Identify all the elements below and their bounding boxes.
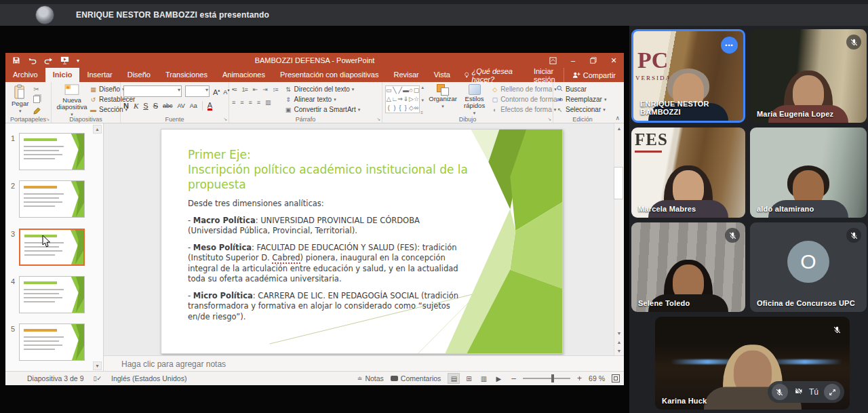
text-direction-button[interactable]: ⇅Dirección del texto▾	[285, 85, 361, 94]
format-painter-button[interactable]	[33, 107, 41, 116]
text-shadow-button[interactable]: abc	[163, 102, 173, 111]
cut-button[interactable]: ✂	[33, 86, 41, 93]
slide-thumbnail-panel[interactable]: ▲ ▼ 123456	[5, 123, 104, 372]
restore-icon[interactable]	[583, 53, 604, 68]
expand-self-view-button[interactable]	[824, 384, 840, 400]
shape-glyph[interactable]: (	[386, 104, 392, 113]
tab-revisar[interactable]: Revisar	[386, 68, 426, 82]
redo-icon[interactable]	[44, 57, 53, 64]
editor-scrollbar[interactable]: ▲ ▼ ▲ ▼	[614, 123, 624, 355]
tab-transiciones[interactable]: Transiciones	[158, 68, 215, 82]
spellcheck-icon[interactable]: ▯✓	[93, 375, 102, 382]
camera-off-icon[interactable]	[793, 386, 804, 398]
font-name-combo[interactable]	[123, 85, 182, 97]
tell-me-box[interactable]: ¿Qué desea hacer?	[458, 68, 526, 82]
quick-styles-button[interactable]: Estilos rápidos▾	[460, 83, 488, 117]
participant-tile-oficina-de-concursos-upc[interactable]: OOficina de Concursos UPC	[750, 222, 867, 312]
shape-glyph[interactable]: △	[386, 95, 392, 104]
tab-vista[interactable]: Vista	[427, 68, 458, 82]
fit-slide-to-window-icon[interactable]	[612, 374, 620, 382]
tab-archivo[interactable]: Archivo	[5, 68, 45, 82]
participant-tile-selene-toledo[interactable]: Selene Toledo	[631, 222, 745, 312]
character-spacing-button[interactable]: AV	[178, 102, 185, 111]
slide-sorter-view-button[interactable]: ⊞	[462, 373, 475, 384]
columns-icon[interactable]: ▥	[265, 98, 271, 106]
sign-in-button[interactable]: Iniciar sesión	[526, 67, 564, 83]
participant-tile-enrique-nestor-bambozzi[interactable]: PCVERSIDAD•••ENRIQUE NESTOR BAMBOZZI	[631, 29, 745, 123]
reading-view-button[interactable]: ▥	[477, 373, 490, 384]
slideshow-view-button[interactable]: ▶	[492, 373, 505, 384]
slide-thumbnail-1[interactable]	[19, 133, 85, 170]
paste-button[interactable]: Pegar▾	[8, 83, 32, 115]
scroll-down-icon[interactable]: ▼	[93, 361, 102, 370]
shape-glyph[interactable]: ▬	[403, 86, 409, 95]
zoom-out-button[interactable]: –	[511, 374, 516, 383]
comments-toggle[interactable]: Comentarios	[391, 374, 441, 382]
dialog-launcher-icon[interactable]: ↘	[45, 117, 50, 122]
shape-glyph[interactable]: ▢	[414, 86, 420, 95]
numbering-icon[interactable]: 1≡	[241, 85, 247, 94]
shape-glyph[interactable]: )	[392, 104, 398, 113]
scroll-down-icon[interactable]: ▼	[615, 329, 623, 337]
shape-glyph[interactable]: }	[403, 104, 409, 113]
bold-button[interactable]: N	[123, 102, 129, 111]
participant-tile-karina-huck[interactable]: Karina HuckTú	[655, 317, 850, 410]
shape-glyph[interactable]: ╲	[392, 86, 398, 95]
font-color-button[interactable]: A	[208, 102, 212, 111]
shapes-gallery-scroll[interactable]: ▲▼≡	[420, 85, 425, 115]
shape-fill-button[interactable]: ◇Relleno de forma▾	[491, 85, 561, 94]
zoom-level[interactable]: 69 %	[589, 374, 605, 382]
participant-tile-aldo-altamirano[interactable]: aldo altamirano	[750, 127, 867, 218]
participant-tile-marcela-mabres[interactable]: FES Marcela Mabres	[631, 127, 745, 218]
slide-editor[interactable]: Primer Eje:Inscripción político académic…	[104, 123, 624, 355]
tab-insertar[interactable]: Insertar	[79, 68, 119, 82]
start-slideshow-icon[interactable]	[60, 56, 69, 64]
dialog-launcher-icon[interactable]: ↘	[376, 117, 380, 122]
scroll-up-icon[interactable]: ▲	[93, 125, 102, 134]
minimize-icon[interactable]: –	[563, 53, 583, 68]
collapse-ribbon-icon[interactable]: ∧	[615, 115, 620, 121]
more-options-button[interactable]: •••	[721, 37, 738, 54]
new-slide-button[interactable]: Nueva diapositiva▾	[54, 83, 90, 119]
zoom-slider-thumb[interactable]	[551, 374, 554, 382]
tab-animaciones[interactable]: Animaciones	[215, 68, 273, 82]
save-icon[interactable]	[12, 56, 20, 64]
ribbon-display-options-icon[interactable]	[542, 53, 563, 68]
shape-outline-button[interactable]: ▢Contorno de forma▾	[491, 96, 561, 104]
slide-thumbnail-4[interactable]	[19, 276, 85, 313]
participant-tile-maria-eugenia-lopez[interactable]: Maria Eugenia Lopez	[750, 29, 867, 123]
shapes-gallery[interactable]: ▭╲╱▬○▢△∟⇒⇓▷☆(){}◇∞	[385, 85, 420, 113]
convert-smartart-button[interactable]: ▣Convertir a SmartArt▾	[285, 106, 361, 114]
dialog-launcher-icon[interactable]: ↘	[223, 117, 227, 122]
find-button[interactable]: Buscar	[556, 85, 606, 94]
scrollbar-thumb[interactable]	[614, 167, 623, 199]
self-mic-off-button[interactable]	[772, 384, 788, 400]
decrease-indent-icon[interactable]: ⇤	[253, 85, 258, 94]
thumbnail-scrollbar[interactable]: ▲ ▼	[94, 123, 103, 372]
align-text-button[interactable]: ⇕Alinear texto▾	[285, 96, 361, 104]
tab-inicio[interactable]: Inicio	[45, 68, 80, 82]
arrange-button[interactable]: Organizar▾	[425, 83, 460, 111]
notes-pane[interactable]: Haga clic para agregar notas	[104, 355, 624, 372]
copy-button[interactable]	[33, 96, 41, 104]
shape-effects-button[interactable]: ◐Efectos de forma▾	[491, 106, 561, 114]
italic-button[interactable]: K	[134, 102, 138, 111]
align-right-icon[interactable]: ≡	[249, 98, 252, 106]
slide-thumbnail-3[interactable]	[19, 229, 85, 266]
notes-toggle[interactable]: ≐Notas	[357, 374, 384, 382]
zoom-in-button[interactable]: +	[577, 374, 582, 383]
normal-view-button[interactable]: ▤	[448, 373, 460, 384]
line-spacing-icon[interactable]: ↕≡	[273, 85, 278, 94]
previous-slide-icon[interactable]: ▲	[615, 338, 623, 346]
language-indicator[interactable]: Inglés (Estados Unidos)	[111, 374, 186, 382]
shape-glyph[interactable]: ▭	[386, 86, 392, 95]
align-left-icon[interactable]: ≡	[232, 98, 235, 106]
close-icon[interactable]: ✕	[604, 53, 624, 68]
share-button[interactable]: Compartir	[564, 68, 624, 82]
shape-glyph[interactable]: ∞	[414, 104, 420, 113]
dialog-launcher-icon[interactable]: ↘	[547, 117, 551, 122]
slide-canvas[interactable]: Primer Eje:Inscripción político académic…	[161, 129, 563, 354]
underline-button[interactable]: S	[143, 102, 148, 111]
select-button[interactable]: ↖Seleccionar▾	[556, 106, 606, 114]
slide-thumbnail-5[interactable]	[19, 323, 85, 361]
